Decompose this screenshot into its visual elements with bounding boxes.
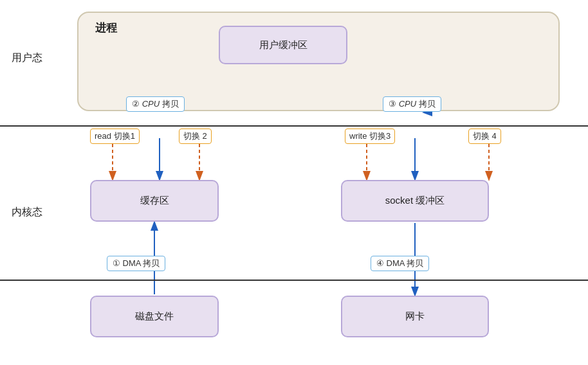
user-buffer-box: 用户缓冲区: [219, 26, 347, 64]
user-buffer-label: 用户缓冲区: [259, 39, 308, 51]
switch4-tag: 切换 4: [468, 129, 501, 144]
process-label: 进程: [95, 21, 117, 35]
step3-suffix: 拷贝: [416, 99, 436, 109]
step3-text: CPU: [399, 99, 416, 109]
cache-box: 缓存区: [90, 180, 219, 222]
step2-suffix: 拷贝: [160, 99, 179, 109]
step3-num: ③: [389, 99, 399, 109]
nic-box: 网卡: [341, 296, 489, 337]
step2-text: CPU: [142, 99, 160, 109]
divider-upper: [0, 125, 588, 127]
nic-label: 网卡: [405, 310, 425, 323]
cache-label: 缓存区: [140, 195, 169, 207]
socket-buffer-label: socket 缓冲区: [385, 195, 445, 207]
divider-lower: [0, 280, 588, 281]
disk-box: 磁盘文件: [90, 296, 219, 337]
switch2-tag: 切换 2: [179, 129, 212, 144]
step2-num: ②: [132, 99, 142, 109]
step3-cpu-label: ③ CPU 拷贝: [383, 96, 441, 112]
step4-dma-label: ④ DMA 拷贝: [371, 256, 429, 271]
diagram: 用户态 内核态 进程 用户缓冲区 缓存区 socket 缓冲区 磁盘文件 网卡 …: [0, 0, 588, 365]
user-zone-label: 用户态: [12, 51, 42, 65]
read-switch-tag: read 切换1: [90, 129, 140, 144]
step2-cpu-label: ② CPU 拷贝: [126, 96, 185, 112]
write-switch3-tag: write 切换3: [345, 129, 395, 144]
disk-label: 磁盘文件: [135, 310, 174, 323]
socket-buffer-box: socket 缓冲区: [341, 180, 489, 222]
kernel-zone-label: 内核态: [12, 206, 42, 219]
step1-dma-label: ① DMA 拷贝: [107, 256, 165, 271]
